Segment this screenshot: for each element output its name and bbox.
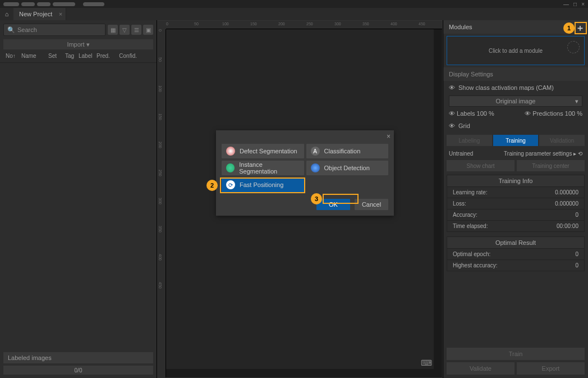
display-settings-header: Display Settings [443,67,588,81]
keyboard-icon[interactable]: ⌨ [421,358,432,367]
tabbar: ⌂ New Project × [0,8,588,20]
export-button[interactable]: Export [517,362,585,375]
menu-pill[interactable] [3,2,19,6]
callout-2: 2 [206,180,218,191]
col-tag[interactable]: Tag [63,52,76,60]
col-name[interactable]: Name [19,52,46,60]
col-pred[interactable]: Pred. [94,52,113,60]
cancel-button[interactable]: Cancel [355,199,388,210]
list-view-icon[interactable]: ☰ [131,25,141,35]
grid-view-icon[interactable]: ▦ [108,25,118,35]
callout-1: 1 [563,22,575,34]
window-close[interactable]: × [581,1,585,7]
status-untrained: Untrained [449,151,473,157]
window-maximize[interactable]: □ [573,1,577,7]
col-set[interactable]: Set [46,52,63,60]
add-module-area[interactable]: Click to add a module [447,36,585,65]
fast-positioning-icon: ⟳ [226,180,235,189]
search-placeholder: Search [17,26,37,33]
module-defect-segmentation[interactable]: Defect Segmentation [222,144,304,158]
labels-toggle[interactable]: 👁 Labels 100 % [449,110,494,117]
defect-icon [226,147,235,156]
menu-pill[interactable] [53,2,75,6]
predictions-toggle[interactable]: 👁 Predictions 100 % [525,110,582,117]
reset-icon[interactable]: ⟲ [578,151,582,157]
grid-toggle[interactable]: 👁 Grid [443,119,588,133]
classification-icon: A [311,147,320,156]
table-header: No↑ Name Set Tag Label Pred. Confid. [0,49,157,63]
search-input[interactable]: 🔍 Search [3,24,105,36]
import-button[interactable]: Import ▾ [3,39,153,49]
module-instance-segmentation[interactable]: Instance Segmentation [222,161,304,175]
right-panel: Modules ＋ Click to add a module Display … [443,20,588,378]
ruler-vertical: 0 50 100 150 200 250 300 350 400 450 [158,29,166,377]
search-icon: 🔍 [7,26,15,34]
module-picker-dialog: × Defect Segmentation A Classification I… [216,130,394,216]
home-icon[interactable]: ⌂ [0,11,13,17]
training-settings-link[interactable]: Training parameter settings ▸ [504,151,576,157]
menu-pill[interactable] [83,2,104,6]
instance-icon [226,163,235,172]
callout-3: 3 [311,193,322,204]
module-fast-positioning[interactable]: ⟳ Fast Positioning [222,177,304,192]
object-icon [311,163,320,172]
show-cam-row[interactable]: 👁 Show class activation maps (CAM) [443,81,588,94]
col-confid[interactable]: Confid. [113,52,139,60]
mode-tabs: Labeling Training Validation [443,133,588,148]
module-object-detection[interactable]: Object Detection [306,161,389,175]
filter-icon[interactable]: ▽ [120,25,130,35]
menu-pill[interactable] [37,2,50,6]
close-icon[interactable]: × [387,133,391,140]
col-no[interactable]: No↑ [3,52,19,60]
train-button[interactable]: Train [447,348,585,360]
training-center-button[interactable]: Training center [517,160,585,171]
show-chart-button[interactable]: Show chart [447,160,514,171]
ruler-horizontal: 0 50 100 150 200 250 300 350 400 450 [166,21,442,29]
validate-button[interactable]: Validate [447,362,514,375]
image-select[interactable]: Original image [449,95,582,107]
tab-validation[interactable]: Validation [539,135,585,146]
optimal-result-table: Optimal Result Optimal epoch:0 Highest a… [447,236,585,271]
col-label[interactable]: Label [76,52,94,60]
menu-pill[interactable] [21,2,35,6]
menu-pills [3,2,104,6]
module-classification[interactable]: A Classification [306,144,389,158]
tab-training[interactable]: Training [493,135,539,146]
labeled-images-label: Labeled images [3,352,153,363]
eye-icon: 👁 [449,122,455,129]
project-tab[interactable]: New Project × [13,8,66,20]
module-icon[interactable]: ▣ [143,25,153,35]
tab-labeling[interactable]: Labeling [447,135,492,146]
tab-close-icon[interactable]: × [59,11,62,17]
eye-icon: 👁 [449,84,455,91]
ruler-corner [158,21,166,29]
window-minimize[interactable]: — [563,1,569,7]
progress-bar: 0/0 [3,366,153,375]
left-panel: 🔍 Search ▦ ▽ ☰ ▣ Import ▾ No↑ Name Set T… [0,20,157,378]
training-info-table: Training Info Learning rate:0.000000 Los… [447,175,585,232]
tab-label: New Project [19,11,52,17]
titlebar: — □ × [0,0,588,8]
add-module-button[interactable]: ＋ [575,22,586,34]
